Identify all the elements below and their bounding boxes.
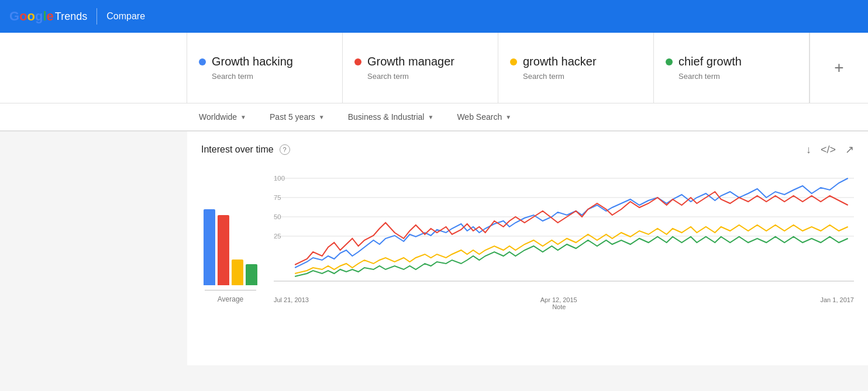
filter-location-label: Worldwide	[199, 112, 237, 122]
add-term-button[interactable]: +	[810, 33, 868, 103]
section-title-row: Interest over time ?	[201, 144, 290, 155]
dot-green-4	[666, 58, 673, 65]
google-g-blue2: g	[35, 9, 43, 24]
google-g-blue: G	[9, 9, 19, 24]
svg-text:25: 25	[274, 233, 281, 240]
page-title: Compare	[106, 11, 145, 22]
search-term-label-1: Growth hacking	[212, 55, 293, 68]
line-chart: 100 75 50 25	[274, 165, 854, 294]
avg-label: Average	[218, 295, 243, 303]
svg-text:75: 75	[274, 194, 281, 201]
search-term-name-2: Growth manager	[354, 55, 486, 68]
filter-type[interactable]: Web Search ▼	[445, 103, 523, 130]
chart-container: Average 100 75	[201, 165, 854, 303]
filter-time[interactable]: Past 5 years ▼	[258, 103, 336, 130]
avg-bar-yellow	[232, 259, 243, 285]
dot-yellow-3	[510, 58, 517, 65]
google-logo: Google Trends	[9, 9, 87, 24]
x-axis-labels: Jul 21, 2013 Apr 12, 2015 Jan 1, 2017	[274, 294, 854, 303]
avg-baseline	[205, 290, 256, 290]
search-terms-container: Growth hacking Search term Growth manage…	[187, 33, 868, 103]
header-divider	[97, 8, 97, 25]
avg-bar-blue	[204, 209, 215, 285]
filters-bar: Worldwide ▼ Past 5 years ▼ Business & In…	[0, 103, 868, 132]
avg-bar-green	[246, 264, 257, 285]
search-term-cell-3[interactable]: growth hacker Search term	[498, 33, 654, 103]
location-dropdown-icon: ▼	[240, 114, 246, 120]
x-label-mid: Apr 12, 2015	[540, 296, 577, 303]
search-term-sub-1: Search term	[199, 72, 330, 81]
x-label-end: Jan 1, 2017	[821, 296, 855, 303]
avg-bars	[204, 168, 257, 285]
google-o-red: o	[19, 9, 27, 24]
search-term-label-3: growth hacker	[523, 55, 597, 68]
dot-red-2	[354, 58, 361, 65]
search-term-sub-2: Search term	[354, 72, 486, 81]
category-dropdown-icon: ▼	[428, 114, 433, 120]
svg-text:100: 100	[274, 175, 285, 182]
filter-location[interactable]: Worldwide ▼	[187, 103, 258, 130]
sidebar-spacer	[0, 33, 187, 103]
google-o-yellow: o	[27, 9, 35, 24]
time-dropdown-icon: ▼	[319, 114, 325, 120]
add-icon: +	[834, 58, 843, 77]
search-term-cell-1[interactable]: Growth hacking Search term	[187, 33, 343, 103]
search-term-cell-2[interactable]: Growth manager Search term	[343, 33, 498, 103]
interest-section: Interest over time ? ↓ </> ↗	[201, 143, 854, 303]
search-term-name-3: growth hacker	[510, 55, 642, 68]
line-chart-wrapper: 100 75 50 25	[274, 165, 854, 303]
trends-label: Trends	[55, 11, 87, 23]
main-area: Interest over time ? ↓ </> ↗	[0, 132, 868, 365]
download-icon[interactable]: ↓	[806, 144, 811, 156]
search-term-sub-3: Search term	[510, 72, 642, 81]
filter-time-label: Past 5 years	[270, 112, 315, 122]
search-term-sub-4: Search term	[666, 72, 797, 81]
header: Google Trends Compare	[0, 0, 868, 33]
x-label-start: Jul 21, 2013	[274, 296, 309, 303]
embed-icon[interactable]: </>	[821, 144, 836, 156]
share-icon[interactable]: ↗	[845, 143, 854, 156]
note-label: Note	[552, 303, 566, 310]
dot-blue-1	[199, 58, 206, 65]
search-term-name-1: Growth hacking	[199, 55, 330, 68]
avg-chart: Average	[201, 168, 260, 303]
sidebar	[0, 132, 187, 365]
content-area: Interest over time ? ↓ </> ↗	[187, 132, 868, 365]
avg-bar-red	[218, 215, 229, 285]
search-term-label-2: Growth manager	[367, 55, 454, 68]
search-term-name-4: chief growth	[666, 55, 797, 68]
filter-category-label: Business & Industrial	[348, 112, 425, 122]
filter-category[interactable]: Business & Industrial ▼	[336, 103, 446, 130]
section-actions: ↓ </> ↗	[806, 143, 854, 156]
search-terms-bar: Growth hacking Search term Growth manage…	[0, 33, 868, 103]
google-e-red: e	[47, 9, 54, 24]
section-header: Interest over time ? ↓ </> ↗	[201, 143, 854, 156]
type-dropdown-icon: ▼	[505, 114, 511, 120]
search-term-cell-4[interactable]: chief growth Search term	[654, 33, 810, 103]
section-title: Interest over time	[201, 144, 274, 155]
help-icon[interactable]: ?	[280, 144, 290, 155]
filter-type-label: Web Search	[457, 112, 502, 122]
svg-text:50: 50	[274, 213, 281, 220]
search-term-label-4: chief growth	[678, 55, 742, 68]
